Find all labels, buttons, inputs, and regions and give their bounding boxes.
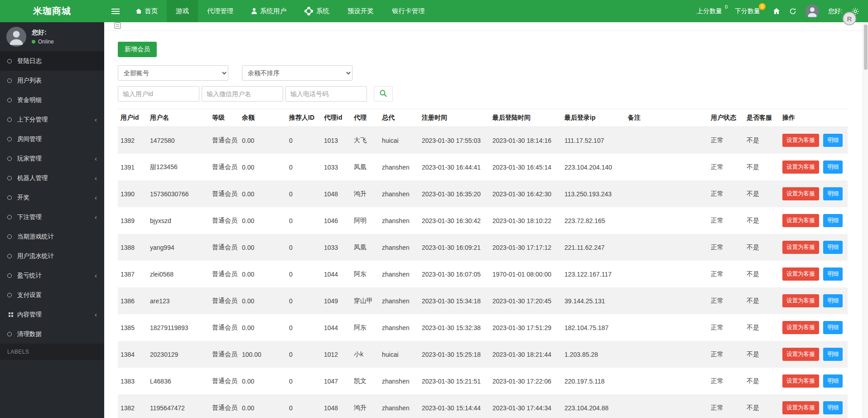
topbar-nav-item[interactable]: 系统 — [295, 0, 338, 22]
cell-register-time: 2023-01-30 16:09:21 — [419, 234, 490, 261]
cell-balance: 100.00 — [239, 341, 286, 368]
detail-button[interactable]: 明细 — [823, 267, 843, 281]
sidebar-item[interactable]: 盈亏统计 ‹ — [0, 266, 104, 285]
detail-button[interactable]: 明细 — [823, 348, 843, 361]
topbar-nav-item[interactable]: 首页 — [127, 0, 167, 22]
set-service-button[interactable]: 设置为客服 — [782, 134, 819, 147]
scrollbar-thumb[interactable] — [864, 24, 868, 70]
sidebar-item[interactable]: 用户列表 — [0, 71, 104, 90]
add-member-button[interactable]: 新增会员 — [118, 42, 157, 57]
cell-referrer-id: 0 — [286, 154, 321, 180]
detail-button[interactable]: 明细 — [823, 401, 843, 414]
detail-button[interactable]: 明细 — [823, 187, 843, 200]
cell-referrer-id: 0 — [286, 234, 321, 261]
balance-sort-select[interactable]: 余额不排序 — [242, 65, 352, 81]
detail-button[interactable]: 明细 — [823, 160, 843, 174]
cell-register-time: 2023-01-30 15:32:38 — [419, 314, 490, 341]
gear-icon — [304, 7, 313, 15]
set-service-button[interactable]: 设置为客服 — [782, 187, 819, 200]
set-service-button[interactable]: 设置为客服 — [782, 401, 819, 414]
wechat-name-input[interactable] — [202, 86, 283, 102]
topbar-nav-item[interactable]: 银行卡管理 — [383, 0, 434, 22]
sidebar-item[interactable]: 用户流水统计 — [0, 246, 104, 266]
sidebar-item[interactable]: 当期游戏统计 — [0, 227, 104, 246]
topbar-nav-item[interactable]: 系统用户 — [242, 0, 295, 22]
sidebar-menu: 登陆日志 用户列表 资金明细 上下分管理 — [0, 51, 104, 344]
cell-referrer-id: 0 — [286, 394, 321, 418]
sidebar-item-label: 房间管理 — [17, 135, 42, 143]
set-service-button[interactable]: 设置为客服 — [782, 321, 819, 334]
cell-last-login-time: 2023-01-30 16:45:14 — [490, 154, 562, 180]
topbar-nav-item[interactable]: 游戏 — [167, 0, 198, 22]
cell-level: 普通会员 — [209, 261, 239, 287]
cell-agent: 穿山甲 — [351, 287, 379, 314]
topbar-nav-label: 游戏 — [176, 7, 189, 15]
user-avatar[interactable] — [805, 5, 819, 18]
topbar-nav-item[interactable]: 代理管理 — [198, 0, 242, 22]
search-row — [118, 86, 854, 102]
circle-icon — [7, 137, 12, 141]
set-service-button[interactable]: 设置为客服 — [782, 160, 819, 174]
cell-agent-id: 1046 — [321, 207, 351, 234]
up-score-button[interactable]: 上分数量0 — [697, 7, 726, 15]
column-header: 总代 — [379, 109, 419, 127]
refresh-icon[interactable] — [789, 8, 796, 15]
table-row: 1392 1472580 普通会员 0.00 0 1013 大飞 huicai … — [118, 127, 848, 154]
sidebar-item[interactable]: 内容管理 ‹ — [0, 305, 104, 324]
detail-button[interactable]: 明细 — [823, 134, 843, 147]
sidebar-avatar[interactable] — [6, 27, 26, 47]
hamburger-menu-icon[interactable] — [104, 0, 127, 22]
detail-button[interactable]: 明细 — [823, 321, 843, 334]
sidebar-item[interactable]: 房间管理 — [0, 129, 104, 149]
sidebar-item[interactable]: 清理数据 — [0, 324, 104, 344]
set-service-button[interactable]: 设置为客服 — [782, 348, 819, 361]
sidebar-item-label: 登陆日志 — [17, 57, 42, 65]
sidebar-item[interactable]: 玩家管理 ‹ — [0, 149, 104, 168]
user-id-input[interactable] — [118, 86, 199, 102]
cell-referrer-id: 0 — [286, 261, 321, 287]
breadcrumb-icon[interactable] — [114, 22, 121, 30]
cell-user-status: 正常 — [708, 314, 744, 341]
account-filter-select[interactable]: 全部账号 — [118, 65, 228, 81]
sidebar-profile-text: 您好: Online — [32, 29, 54, 45]
table-row: 1388 yang994 普通会员 0.00 0 1033 凤凰 zhanshe… — [118, 234, 848, 261]
user-icon — [251, 8, 257, 14]
set-service-button[interactable]: 设置为客服 — [782, 214, 819, 227]
cell-note — [625, 314, 708, 341]
cell-agent: 阿东 — [351, 314, 379, 341]
set-service-button[interactable]: 设置为客服 — [782, 241, 819, 254]
sidebar-item[interactable]: 资金明细 — [0, 90, 104, 110]
sidebar-item[interactable]: 机器人管理 ‹ — [0, 168, 104, 188]
topbar-nav-item[interactable]: 预设开奖 — [338, 0, 383, 22]
set-service-button[interactable]: 设置为客服 — [782, 267, 819, 281]
cell-agent: 鸿升 — [351, 394, 379, 418]
cell-register-time: 2023-01-30 15:21:51 — [419, 368, 490, 394]
sidebar-item[interactable]: 上下分管理 ‹ — [0, 110, 104, 129]
table-row: 1382 1195647472 普通会员 0.00 0 1048 鸿升 zhan… — [118, 394, 848, 418]
detail-button[interactable]: 明细 — [823, 374, 843, 388]
watermark-badge: R — [843, 12, 856, 25]
filter-row: 全部账号 余额不排序 — [118, 65, 854, 81]
cell-user-id: 1389 — [118, 207, 147, 234]
set-service-button[interactable]: 设置为客服 — [782, 374, 819, 388]
cell-username: bjyxszd — [147, 207, 209, 234]
detail-button[interactable]: 明细 — [823, 294, 843, 307]
home-icon[interactable] — [773, 8, 780, 15]
cell-referrer-id: 0 — [286, 127, 321, 154]
sidebar-item[interactable]: 登陆日志 — [0, 51, 104, 71]
sidebar-item[interactable]: 开奖 ‹ — [0, 188, 104, 207]
set-service-button[interactable]: 设置为客服 — [782, 294, 819, 307]
phone-input[interactable] — [285, 86, 367, 102]
search-button[interactable] — [374, 86, 393, 102]
sidebar-item[interactable]: 下注管理 ‹ — [0, 207, 104, 227]
chevron-left-icon: ‹ — [95, 311, 97, 318]
detail-button[interactable]: 明细 — [823, 241, 843, 254]
cell-balance: 0.00 — [239, 287, 286, 314]
column-header: 最后登陆时间 — [490, 109, 562, 127]
down-score-button[interactable]: 下分数量0 — [735, 7, 764, 15]
circle-icon — [7, 117, 12, 122]
topbar-greeting[interactable]: 您好: — [828, 7, 843, 15]
sidebar-item[interactable]: 支付设置 — [0, 285, 104, 305]
detail-button[interactable]: 明细 — [823, 214, 843, 227]
cell-user-status: 正常 — [708, 180, 744, 207]
